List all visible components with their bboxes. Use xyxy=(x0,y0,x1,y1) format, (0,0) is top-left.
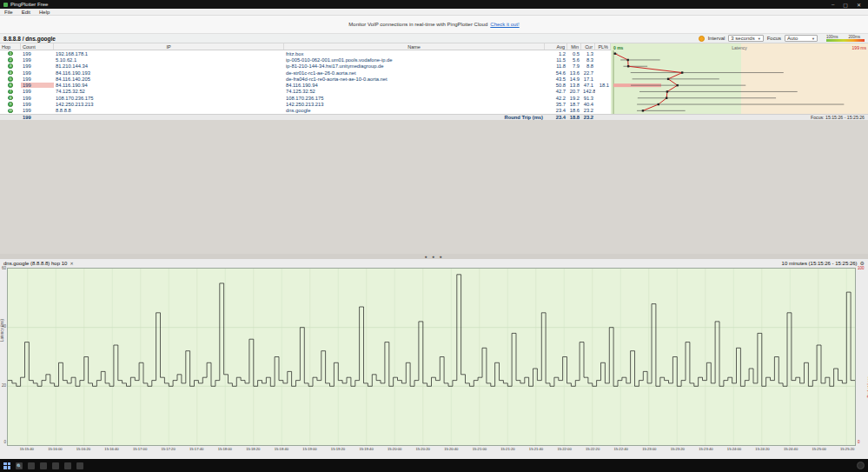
focus-label: Focus xyxy=(767,36,781,41)
windows-taskbar: 🔍 xyxy=(0,459,868,472)
menu-file[interactable]: File xyxy=(0,10,17,15)
promo-link[interactable]: Check it out! xyxy=(490,22,519,27)
col-header-name[interactable]: Name xyxy=(284,43,545,50)
cell-count: 199 xyxy=(21,63,54,69)
cell-count: 199 xyxy=(21,96,54,101)
x-tick-label: 15:24:40 xyxy=(784,447,798,451)
hop-number: 8 xyxy=(0,96,21,101)
cell-ip: 142.250.213.213 xyxy=(54,102,284,107)
cell-name: dns.google xyxy=(284,108,545,113)
round-trip-row: 199 Round Trip (ms) 23.4 18.8 23.2 Focus… xyxy=(0,114,868,120)
taskbar-app-icon[interactable] xyxy=(76,462,83,469)
hop-badge-icon: 9 xyxy=(8,102,13,107)
cell-ip: 84.116.190.193 xyxy=(54,70,284,76)
round-trip-label: Round Trip (ms) xyxy=(284,115,545,120)
cell-ip: 8.8.8.8 xyxy=(54,108,284,113)
cell-name: ip-005-010-062-001.um01.pools.vodafone-i… xyxy=(284,57,545,63)
x-tick-label: 15:22:20 xyxy=(586,447,600,451)
hop-badge-icon: 1 xyxy=(8,51,13,57)
cell-min: 18.6 xyxy=(567,108,581,113)
cell-ip: 5.10.62.1 xyxy=(54,57,284,63)
timeline-close-icon[interactable]: ✕ xyxy=(70,261,73,266)
interval-value: 3 seconds xyxy=(731,36,754,41)
rt-count: 199 xyxy=(21,115,54,120)
cell-count: 199 xyxy=(21,70,54,76)
x-tick-label: 15:18:40 xyxy=(275,447,288,451)
hop-number: 6 xyxy=(0,83,21,88)
col-header-avg[interactable]: Avg xyxy=(545,43,567,50)
tray-app-icon[interactable] xyxy=(857,462,865,469)
hop-number: 1 xyxy=(0,51,21,57)
col-header-cur[interactable]: Cur xyxy=(581,43,595,50)
chevron-down-icon: ▼ xyxy=(758,37,761,41)
taskbar-app-icon[interactable] xyxy=(40,462,47,469)
timeline-range-label[interactable]: 10 minutes (15:15:26 - 15:25:26) xyxy=(782,261,858,266)
close-button[interactable]: ✕ xyxy=(857,2,861,8)
latency-gradient-bar xyxy=(826,39,865,42)
cell-name: 74.125.32.52 xyxy=(284,89,545,94)
cell-avg: 42.7 xyxy=(545,89,567,94)
maximize-button[interactable]: ▢ xyxy=(843,2,848,8)
col-header-hop[interactable]: Hop xyxy=(0,43,21,50)
rt-cur: 23.2 xyxy=(581,115,595,120)
start-button[interactable] xyxy=(3,462,10,469)
col-header-min[interactable]: Min xyxy=(567,43,581,50)
col-header-count[interactable]: Count xyxy=(21,43,54,50)
menu-edit[interactable]: Edit xyxy=(17,10,35,15)
cell-count: 199 xyxy=(21,89,54,94)
x-tick-label: 15:15:40 xyxy=(20,447,34,451)
timeline-title[interactable]: dns.google (8.8.8.8) hop 10 xyxy=(3,261,67,266)
cell-avg: 11.5 xyxy=(545,57,567,63)
x-tick-label: 15:18:20 xyxy=(246,447,260,451)
timeline-plot[interactable] xyxy=(7,268,856,446)
latency-scale-max: 199 ms xyxy=(852,45,866,50)
taskbar-app-icon[interactable] xyxy=(64,462,71,469)
cell-min: 18.7 xyxy=(567,102,581,107)
search-icon[interactable]: 🔍 xyxy=(16,462,23,469)
x-tick-label: 15:22:40 xyxy=(614,447,628,451)
interval-select[interactable]: 3 seconds ▼ xyxy=(728,35,763,42)
hop-badge-icon: 4 xyxy=(8,70,13,76)
cell-avg: 11.8 xyxy=(545,63,567,69)
timeline-header: dns.google (8.8.8.8) hop 10 ✕ 10 minutes… xyxy=(0,259,868,268)
menu-bar: File Edit Help xyxy=(0,9,868,16)
cell-name: de-fra04d-rc1-re0-aorta-net-ae-10-0.aort… xyxy=(284,76,545,82)
taskbar-app-icon[interactable] xyxy=(28,462,35,469)
trace-table: Hop Count IP Name Avg Min Cur PL% 119919… xyxy=(0,43,868,120)
cell-min: 14.9 xyxy=(567,76,581,82)
cell-ip: 192.168.178.1 xyxy=(54,51,284,57)
rt-min: 18.8 xyxy=(567,115,581,120)
hop-latency-plot xyxy=(611,43,868,114)
hop-badge-icon: 3 xyxy=(8,63,13,69)
hop-number: 4 xyxy=(0,70,21,76)
cell-min: 19.2 xyxy=(567,96,581,101)
x-tick-label: 15:17:40 xyxy=(189,447,203,451)
col-header-pl[interactable]: PL% xyxy=(595,43,611,50)
window-title: PingPlotter Free xyxy=(10,2,832,7)
taskbar-app-icon[interactable] xyxy=(52,462,59,469)
workspace-background xyxy=(0,120,868,254)
cell-name: 142.250.213.213 xyxy=(284,102,545,107)
menu-help[interactable]: Help xyxy=(35,10,54,15)
pingplotter-window: PingPlotter Free – ▢ ✕ File Edit Help Mo… xyxy=(0,0,868,472)
cell-min: 13.8 xyxy=(567,83,581,88)
x-tick-label: 15:16:00 xyxy=(48,447,62,451)
x-tick-label: 15:16:20 xyxy=(76,447,90,451)
hop-badge-icon: 7 xyxy=(8,90,13,95)
cell-count: 199 xyxy=(21,108,54,113)
hop-latency-graph[interactable]: 0 ms Latency 199 ms xyxy=(611,43,868,114)
col-header-ip[interactable]: IP xyxy=(54,43,284,50)
cell-cur: 23.2 xyxy=(581,108,595,113)
cell-cur: 91.3 xyxy=(581,96,595,101)
alert-status-icon[interactable] xyxy=(699,36,705,42)
x-tick-label: 15:21:00 xyxy=(473,447,487,451)
cell-cur: 40.4 xyxy=(581,102,595,107)
hop-number: 2 xyxy=(0,57,21,63)
x-tick-label: 15:18:00 xyxy=(218,447,232,451)
focus-value: Auto xyxy=(787,36,798,41)
x-tick-label: 15:20:00 xyxy=(388,447,401,451)
cell-ip: 74.125.32.52 xyxy=(54,89,284,94)
focus-select[interactable]: Auto ▼ xyxy=(785,35,818,42)
target-address[interactable]: 8.8.8.8 / dns.google xyxy=(3,36,699,42)
minimize-button[interactable]: – xyxy=(832,2,834,8)
